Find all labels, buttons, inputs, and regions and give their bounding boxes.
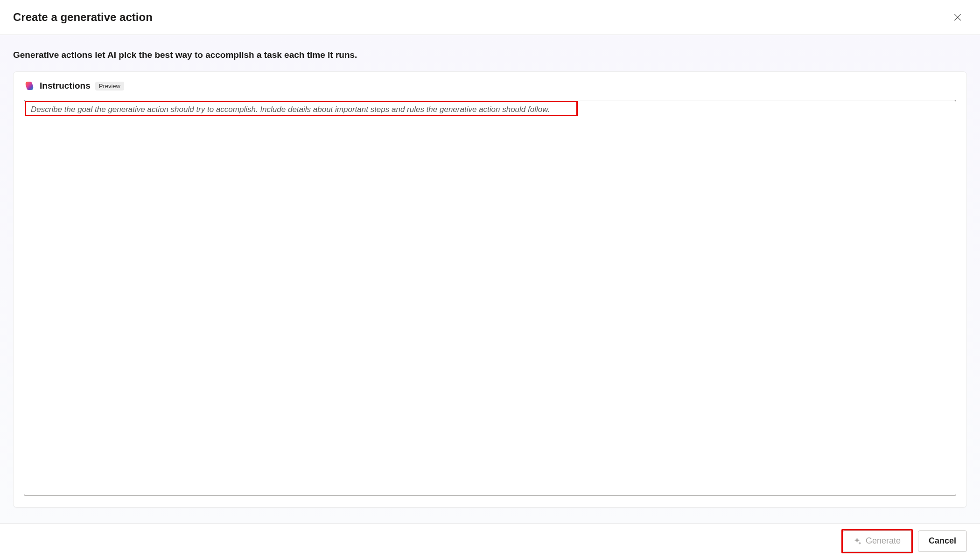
instructions-card: Instructions Preview	[13, 71, 967, 508]
cancel-button-label: Cancel	[929, 536, 956, 546]
cancel-button[interactable]: Cancel	[918, 530, 967, 552]
preview-badge: Preview	[95, 82, 124, 91]
sparkle-icon	[854, 537, 862, 545]
close-button[interactable]	[948, 8, 967, 27]
dialog-body: Generative actions let AI pick the best …	[0, 35, 980, 523]
copilot-icon	[24, 80, 35, 91]
instructions-title: Instructions	[40, 81, 91, 91]
dialog-footer: Generate Cancel	[0, 523, 980, 558]
instructions-header: Instructions Preview	[24, 80, 956, 91]
generate-button[interactable]: Generate	[843, 530, 911, 552]
close-icon	[953, 13, 962, 22]
generate-button-label: Generate	[866, 536, 901, 546]
instructions-textarea-wrap	[24, 100, 956, 496]
dialog-titlebar: Create a generative action	[0, 0, 980, 35]
intro-text: Generative actions let AI pick the best …	[13, 50, 967, 60]
instructions-textarea[interactable]	[24, 100, 956, 496]
dialog-title: Create a generative action	[13, 11, 153, 24]
